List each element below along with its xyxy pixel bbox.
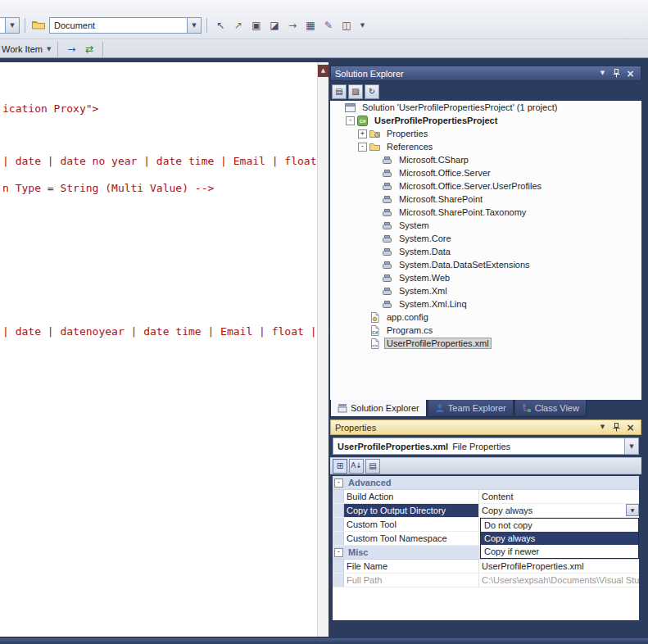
tree-item-label: Microsoft.Office.Server — [397, 167, 493, 179]
cs-file-icon: C# — [369, 324, 382, 336]
tree-item-label: Microsoft.Office.Server.UserProfiles — [397, 180, 544, 192]
tree-item[interactable]: Microsoft.Office.Server.UserProfiles — [330, 179, 641, 193]
team-explorer-icon — [435, 403, 445, 413]
open-folder-button[interactable] — [30, 17, 47, 34]
pin-icon[interactable] — [610, 422, 623, 433]
properties-icon: ▤ — [335, 88, 342, 96]
code-line: | date | date no year | date time | Emai… — [2, 155, 349, 167]
expand-toggle[interactable]: + — [358, 129, 367, 138]
collapse-toggle[interactable]: - — [334, 478, 343, 488]
category-row[interactable]: -Advanced — [333, 476, 639, 490]
reference-icon — [382, 220, 394, 231]
tree-item[interactable]: Microsoft.Office.Server — [330, 166, 641, 179]
chevron-down-icon[interactable]: ▼ — [47, 47, 51, 52]
scroll-up-button[interactable]: ▲ — [318, 65, 329, 77]
edit-pencil-button[interactable]: ✎ — [320, 17, 337, 34]
collapse-toggle[interactable]: - — [358, 143, 367, 152]
tree-item[interactable]: C#Program.cs — [330, 324, 641, 337]
editor-scrollbar[interactable]: ▲ — [317, 62, 329, 637]
dropdown-option[interactable]: Do not copy — [481, 519, 638, 532]
tree-item[interactable]: System.Xml.Linq — [330, 297, 641, 311]
split-windows-button[interactable]: ▣ — [248, 17, 265, 34]
collapse-toggle[interactable]: - — [334, 548, 343, 557]
property-row[interactable]: Copy to Output DirectoryCopy always▼ — [333, 504, 639, 518]
solution-explorer-titlebar[interactable]: Solution Explorer ▼ × — [330, 66, 641, 81]
property-row[interactable]: File NameUserProfileProperties.xml — [333, 560, 639, 574]
tree-item[interactable]: Microsoft.CSharp — [330, 153, 641, 166]
property-label: File Name — [344, 560, 479, 573]
tree-item[interactable]: -C#UserProfilePropertiesProject — [330, 114, 641, 127]
code-editor[interactable]: ication Proxy">| date | date no year | d… — [0, 62, 317, 637]
tree-item[interactable]: System.Xml — [330, 284, 641, 297]
property-value[interactable]: Copy always▼ — [479, 504, 639, 517]
properties-titlebar[interactable]: Properties ▼ × — [330, 420, 641, 435]
close-icon[interactable]: × — [624, 422, 637, 433]
pin-icon[interactable] — [610, 68, 623, 79]
chevron-down-icon[interactable]: ▼ — [624, 438, 638, 454]
tree-item[interactable]: System.Core — [330, 232, 641, 245]
forward-arrow-button[interactable]: → — [63, 41, 79, 57]
reference-icon — [382, 298, 394, 310]
refresh-button[interactable]: ↻ — [365, 84, 379, 99]
svg-text:C#: C# — [372, 330, 378, 335]
property-row[interactable]: Full PathC:\Users\expsah\Documents\Visua… — [333, 574, 639, 587]
tab-class-view[interactable]: Class View — [514, 400, 587, 417]
tree-item-label: Solution 'UserProfilePropertiesProject' … — [360, 102, 560, 113]
alphabetical-icon: A↓ — [351, 462, 362, 469]
design-cursor-button[interactable]: ↖ — [212, 17, 229, 34]
tree-item[interactable]: System.Data — [330, 245, 641, 258]
open-page-button[interactable]: ↗ — [230, 17, 247, 34]
tree-item-label: Microsoft.SharePoint.Taxonomy — [397, 206, 528, 218]
dropdown-option[interactable]: Copy always — [481, 532, 638, 545]
tree-item[interactable]: System.Data.DataSetExtensions — [330, 258, 641, 271]
sync-arrows-button[interactable]: ⇄ — [81, 41, 97, 57]
toolbar-combobox-partial[interactable]: ▼ — [0, 17, 20, 34]
tree-item[interactable]: +Properties — [330, 127, 641, 140]
property-pages-button[interactable]: ▤ — [365, 459, 380, 474]
tree-item[interactable]: -References — [330, 140, 641, 153]
tree-item[interactable]: <>UserProfileProperties.xml — [330, 337, 641, 350]
dropdown-option[interactable]: Copy if newer — [481, 545, 638, 558]
value-dropdown-button[interactable]: ▼ — [626, 504, 639, 516]
tree-item-label: System.Data.DataSetExtensions — [397, 259, 532, 270]
show-all-files-button[interactable]: ▨ — [348, 84, 363, 99]
property-value[interactable]: Content — [479, 490, 639, 503]
window-menu-icon[interactable]: ▼ — [596, 422, 609, 433]
document-combobox[interactable]: Document ▼ — [49, 17, 202, 34]
object-selector-combobox[interactable]: UserProfileProperties.xml File Propertie… — [333, 438, 639, 455]
toolbar-overflow-button[interactable]: ▼ — [357, 17, 368, 34]
property-value[interactable]: C:\Users\expsah\Documents\Visual Stu — [479, 574, 639, 587]
tab-team-explorer[interactable]: Team Explorer — [428, 400, 514, 417]
collapse-toggle[interactable]: - — [346, 116, 355, 125]
categorized-button[interactable]: ⊞ — [333, 459, 347, 474]
document-combobox-value: Document — [50, 20, 187, 30]
solution-explorer-icon — [338, 403, 347, 413]
tree-item-label: UserProfilePropertiesProject — [372, 115, 500, 126]
tree-item[interactable]: app.config — [330, 311, 641, 324]
grid-table-button[interactable]: ▦ — [302, 17, 319, 34]
tree-item[interactable]: Microsoft.SharePoint.Taxonomy — [330, 206, 641, 219]
tree-item-label: Program.cs — [384, 324, 435, 336]
property-row[interactable]: Build ActionContent — [333, 490, 639, 504]
close-icon[interactable]: × — [624, 68, 637, 79]
tree-item[interactable]: System — [330, 219, 641, 232]
side-panel-button[interactable]: ◫ — [338, 17, 355, 34]
diagonal-window-button[interactable]: ◪ — [266, 17, 283, 34]
folder-icon — [369, 141, 382, 152]
open-page-icon: ↗ — [234, 20, 242, 30]
tree-item-label: References — [384, 141, 435, 152]
tree-item[interactable]: Solution 'UserProfilePropertiesProject' … — [330, 101, 641, 114]
tree-item[interactable]: Microsoft.SharePoint — [330, 193, 641, 206]
main-toolbar-icons: ↖↗▣◪→▦✎◫ — [212, 17, 355, 34]
tree-item[interactable]: System.Web — [330, 271, 641, 284]
alphabetical-button[interactable]: A↓ — [349, 459, 364, 474]
tab-solution-explorer[interactable]: Solution Explorer — [330, 400, 427, 417]
value-dropdown: Do not copyCopy alwaysCopy if newer — [480, 518, 639, 559]
chevron-down-icon[interactable]: ▼ — [187, 18, 201, 33]
chevron-down-icon[interactable]: ▼ — [5, 18, 19, 33]
split-windows-icon: ▣ — [251, 20, 261, 30]
window-menu-icon[interactable]: ▼ — [596, 68, 609, 79]
property-value[interactable]: UserProfileProperties.xml — [479, 560, 639, 573]
properties-button[interactable]: ▤ — [332, 84, 347, 99]
import-arrow-button[interactable]: → — [284, 17, 301, 34]
